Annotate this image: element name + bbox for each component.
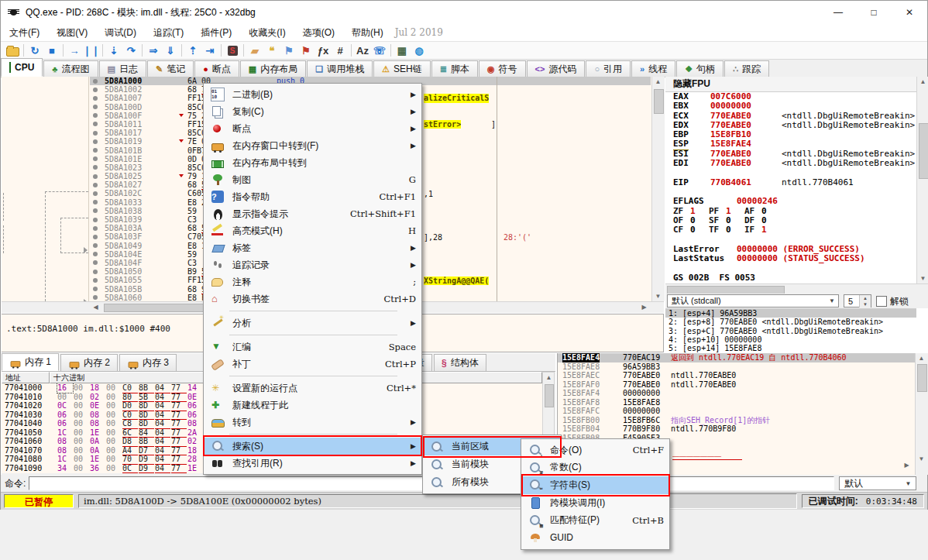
scroll-right-icon[interactable]: ▶ — [638, 302, 650, 312]
scylla-icon[interactable]: S — [224, 43, 241, 57]
calling-convention-select[interactable]: 默认 (stdcall) ▼ — [667, 294, 839, 307]
scroll-up-icon[interactable]: ▲ — [652, 77, 664, 87]
register-row[interactable]: ZF1PF1AF0 — [665, 207, 916, 216]
tab-SEH链[interactable]: ⚠SEH链 — [373, 60, 431, 77]
menu-item-二进制(B)[interactable]: 0110二进制(B)▶ — [205, 86, 421, 103]
scroll-down-icon[interactable]: ▼ — [652, 291, 664, 301]
register-row[interactable]: EAX007C6000 — [665, 92, 916, 101]
close-debuggee-icon[interactable]: ■ — [43, 43, 60, 57]
struct-tab[interactable]: §结构体 — [434, 354, 486, 371]
registers-vscrollbar[interactable]: ▲ ▼ — [916, 77, 928, 283]
pause-icon[interactable]: ❘❘ — [83, 43, 100, 57]
menu-item-断点[interactable]: 断点▶ — [205, 120, 421, 137]
stack-row[interactable]: 15E8FAF815E8FAE8 — [558, 398, 928, 407]
execute-till-return-icon[interactable]: ⇒ — [145, 43, 162, 57]
tab-内存布局[interactable]: ▦内存布局 — [240, 60, 306, 77]
minimize-button[interactable]: — — [820, 1, 856, 24]
menubar-item[interactable]: 选项(O) — [294, 25, 343, 41]
tab-脚本[interactable]: ≣脚本 — [431, 60, 478, 77]
argument-row[interactable]: 5: [esp+14] 15E8FAE8 — [665, 344, 916, 352]
menu-item-设置新的运行点[interactable]: ✳设置新的运行点Ctrl+* — [205, 380, 421, 397]
menu-item-转到[interactable]: 转到▶ — [205, 414, 421, 431]
register-row[interactable]: EDI770EABE0<ntdll.DbgUiRemoteBreakin> — [665, 159, 916, 168]
register-row[interactable] — [665, 235, 916, 244]
register-row[interactable]: EBP15E8FB10 — [665, 130, 916, 139]
hide-fpu-button[interactable]: 隐藏FPU — [665, 77, 916, 92]
labels-icon[interactable]: ⚑ — [280, 43, 297, 57]
column-header-address[interactable]: 地址 — [2, 372, 50, 383]
tab-日志[interactable]: ▤日志 — [99, 60, 146, 77]
scroll-right-icon[interactable]: ▶ — [901, 460, 913, 470]
stack-row[interactable]: 15E8FAEC770EABE0ntdll.770EABE0 — [558, 371, 928, 380]
menu-item-高亮模式(H)[interactable]: 高亮模式(H)H — [205, 222, 421, 239]
scroll-up-icon[interactable]: ▲ — [916, 353, 927, 363]
run-icon[interactable]: → — [66, 43, 83, 57]
step-into-icon[interactable]: ⇣ — [105, 43, 122, 57]
menu-item-标签[interactable]: 标签▶ — [205, 239, 421, 256]
menu-item-指令帮助[interactable]: ?指令帮助Ctrl+F1 — [205, 188, 421, 205]
open-file-icon[interactable] — [4, 43, 21, 57]
arguments-panel[interactable]: 1: [esp+4] 96A59BB32: [esp+8] 770EABE0 <… — [665, 308, 916, 354]
scroll-up-icon[interactable]: ▲ — [917, 77, 928, 87]
menu-item-常数(C)[interactable]: #常数(C) — [522, 459, 669, 477]
registers-list[interactable]: EAX007C6000EBX00000000ECX770EABE0<ntdll.… — [665, 92, 916, 283]
internet-icon[interactable]: ◍ — [411, 43, 428, 57]
disasm-vscrollbar[interactable]: ▲ ▼ — [651, 77, 665, 301]
tab-流程图[interactable]: ♣流程图 — [43, 60, 98, 77]
bookmarks-icon[interactable]: ⚑ — [297, 43, 314, 57]
stack-vscrollbar[interactable]: ▲ ▼ — [915, 353, 928, 475]
menubar-item[interactable]: 追踪(T) — [145, 25, 192, 41]
register-row[interactable]: OF0SF0DF0 — [665, 216, 916, 225]
register-row[interactable]: EFLAGS00000246 — [665, 197, 916, 206]
argument-row[interactable]: 4: [esp+10] 00000000 — [665, 335, 916, 344]
menu-item-显示指令提示[interactable]: 显示指令提示Ctrl+Shift+F1 — [205, 205, 421, 222]
functions-icon[interactable]: ƒx — [314, 43, 332, 57]
hash-icon[interactable]: # — [332, 43, 349, 57]
tab-句柄[interactable]: ❖句柄 — [676, 60, 723, 77]
command-profile-select[interactable]: 默认 ▼ — [839, 476, 916, 490]
memory-tab-2[interactable]: 内存 2 — [60, 354, 118, 371]
run-to-user-code-icon[interactable]: ⇓ — [162, 43, 179, 57]
menu-item-跨模块调用(I)[interactable]: 跨模块调用(I) — [522, 494, 669, 512]
argument-row[interactable]: 1: [esp+4] 96A59BB3 — [665, 309, 916, 318]
comments-icon[interactable]: ❝ — [263, 43, 280, 57]
tab-笔记[interactable]: ✎笔记 — [147, 60, 194, 77]
scroll-up-icon[interactable]: ▲ — [543, 373, 555, 383]
restart-icon[interactable]: ↻ — [26, 43, 43, 57]
tab-调用堆栈[interactable]: ❏调用堆栈 — [307, 60, 373, 77]
tab-跟踪[interactable]: ∴跟踪 — [724, 60, 769, 77]
argument-row[interactable]: 3: [esp+C] 770EABE0 <ntdll.DbgUiRemoteBr… — [665, 327, 916, 335]
tab-线程[interactable]: »线程 — [631, 60, 675, 77]
close-button[interactable]: ✕ — [892, 1, 927, 24]
menu-item-新建线程于此[interactable]: ✚新建线程于此 — [205, 397, 421, 414]
step-out-icon[interactable]: ⇡ — [184, 43, 201, 57]
register-row[interactable] — [665, 263, 916, 273]
register-row[interactable]: LastStatus00000000 (STATUS_SUCCESS) — [665, 254, 916, 263]
step-over-icon[interactable]: ↷ — [122, 43, 139, 57]
tab-引用[interactable]: ○引用 — [586, 60, 631, 77]
stack-row[interactable]: 15E8FAF400000000 — [558, 389, 928, 398]
memory-tab-1[interactable]: 内存 1 — [2, 353, 59, 371]
menubar-item[interactable]: 帮助(H) — [343, 25, 392, 41]
register-row[interactable] — [665, 168, 916, 177]
tab-符号[interactable]: ◉符号 — [479, 60, 526, 77]
menubar-item[interactable]: 文件(F) — [1, 25, 48, 41]
tab-CPU[interactable]: CPU — [1, 58, 43, 77]
menu-item-复制(C)[interactable]: 复制(C)▶ — [205, 103, 421, 120]
menubar-item[interactable]: 插件(P) — [192, 25, 240, 41]
patch-icon[interactable]: ▰ — [246, 43, 263, 57]
register-row[interactable]: GS 002B FS 0053 — [665, 273, 916, 283]
register-row[interactable]: EBX00000000 — [665, 101, 916, 111]
menu-item-命令(O)[interactable]: ›命令(O)Ctrl+F — [522, 441, 669, 459]
stack-row[interactable]: 15E8FAFC00000000 — [558, 407, 928, 416]
argument-depth-stepper[interactable]: 5 ▲▼ — [844, 294, 871, 307]
calculator-icon[interactable]: ▦ — [394, 43, 411, 57]
tab-源代码[interactable]: <>源代码 — [527, 60, 586, 77]
stack-row[interactable]: 15E8FB0015E8FB6C指向SEH_Record[1]的指针 — [558, 416, 928, 425]
menu-item-追踪记录[interactable]: 追踪记录▶ — [205, 256, 421, 273]
menu-item-切换书签[interactable]: ⌂切换书签Ctrl+D — [205, 290, 421, 307]
menu-item-搜索(S)[interactable]: 搜索(S)▶ — [205, 438, 421, 455]
attach-icon[interactable]: ⇥ — [201, 43, 218, 57]
register-row[interactable]: EIP770B4061ntdll.770B4061 — [665, 178, 916, 187]
register-row[interactable]: ESP15E8FAE4 — [665, 139, 916, 149]
